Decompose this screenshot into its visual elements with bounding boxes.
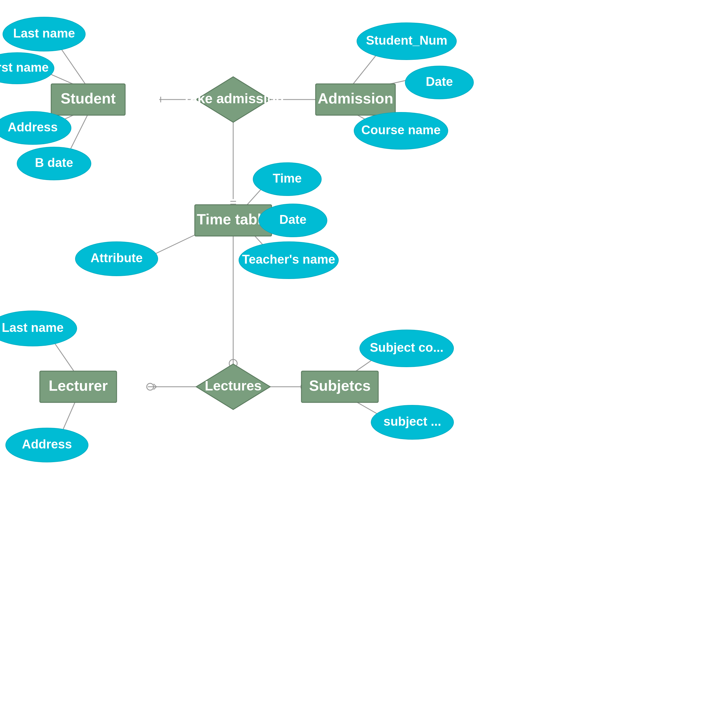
attr-first-name-student-label: First name [0,60,49,74]
attr-teachers-name-label: Teacher's name [242,252,335,266]
attr-attribute-timetable-label: Attribute [90,251,142,265]
attr-subject-name-label: subject ... [384,414,441,428]
attr-time-timetable-label: Time [273,171,302,185]
attr-subject-code-label: Subject co... [370,340,444,354]
entity-student-label: Student [61,90,116,107]
attr-last-name-lecturer-label: Last name [2,321,64,335]
entity-admission-label: Admission [318,90,393,107]
attr-address-student-label: Address [8,120,58,134]
relationship-lectures-label: Lectures [205,378,262,393]
attr-last-name-student-label: Last name [13,26,75,40]
relationship-take-admission-label: Take admission [183,91,284,106]
attr-bdate-student-label: B date [35,156,73,170]
entity-subjetcs-label: Subjetcs [309,377,371,394]
attr-date-admission-label: Date [426,75,453,89]
attr-course-name-label: Course name [361,123,441,137]
entity-lecturer-label: Lecturer [49,377,108,394]
attr-student-num-label: Student_Num [366,33,447,47]
attr-address-lecturer-label: Address [22,437,72,451]
attr-date-timetable-label: Date [279,213,306,226]
